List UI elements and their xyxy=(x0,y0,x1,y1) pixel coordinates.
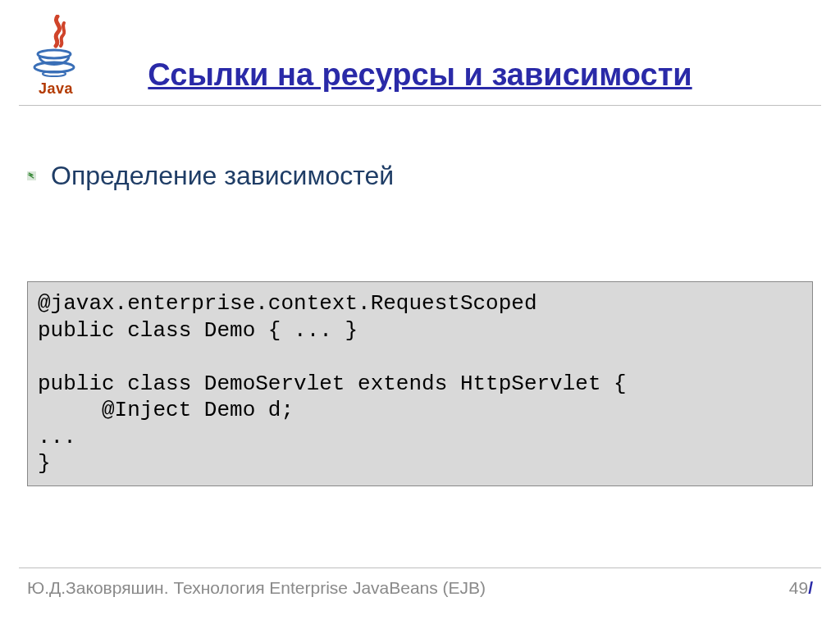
slide: Java Ссылки на ресурсы и зависимости Опр… xyxy=(0,0,840,629)
page-number-value: 49 xyxy=(789,578,808,597)
code-block: @javax.enterprise.context.RequestScoped … xyxy=(27,281,813,486)
footer-divider xyxy=(19,567,821,568)
bullet-text: Определение зависимостей xyxy=(51,160,394,191)
footer-author: Ю.Д.Заковряшин. Технология Enterprise Ja… xyxy=(27,578,486,598)
page-number-slash: / xyxy=(808,578,813,597)
svg-rect-3 xyxy=(27,171,36,180)
slide-title: Ссылки на ресурсы и зависимости xyxy=(0,57,840,93)
header-divider xyxy=(19,105,821,106)
bullet-icon xyxy=(27,171,36,180)
slide-body: Определение зависимостей @javax.enterpri… xyxy=(27,160,813,486)
slide-footer: Ю.Д.Заковряшин. Технология Enterprise Ja… xyxy=(27,578,813,598)
page-number: 49/ xyxy=(789,578,813,598)
bullet-item: Определение зависимостей xyxy=(27,160,813,191)
